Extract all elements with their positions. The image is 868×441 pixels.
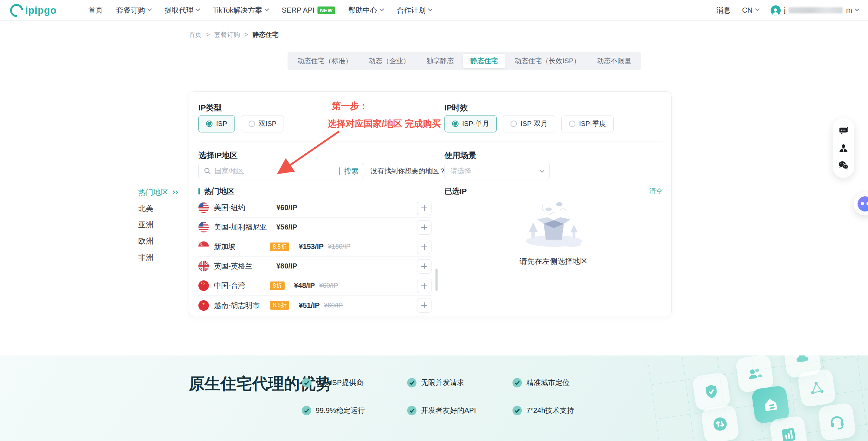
user-menu[interactable]: j m <box>771 5 859 16</box>
logo[interactable]: ipipgo <box>10 3 57 18</box>
ip-duration-options: ISP-单月 ISP-双月 ISP-季度 <box>444 115 614 132</box>
nav-item-extract-proxy[interactable]: 提取代理 <box>165 5 200 15</box>
tab-static-residential[interactable]: 静态住宅 <box>463 54 505 68</box>
nav-item-tiktok[interactable]: TikTok解决方案 <box>213 5 268 15</box>
empty-state-text: 请先在左侧选择地区 <box>444 256 663 266</box>
language-selector[interactable]: CN <box>742 6 759 14</box>
region-list: 美国-纽约 ¥60/IP 美国-加利福尼亚 ¥56/IP 新加坡 8.5折 ¥1… <box>198 198 431 315</box>
region-price: ¥51/IP <box>299 301 320 310</box>
usage-select-placeholder: 请选择 <box>451 166 471 176</box>
messages-link[interactable]: 消息 <box>716 5 731 15</box>
discount-badge: 8.5折 <box>270 301 289 310</box>
search-icon <box>204 167 211 175</box>
clear-selection-link[interactable]: 清空 <box>649 187 663 196</box>
tab-dynamic-longterm-isp[interactable]: 动态住宅（长效ISP） <box>507 54 588 68</box>
category-africa[interactable]: 非洲 <box>138 249 179 265</box>
radio-icon <box>510 121 517 127</box>
add-region-button[interactable] <box>417 279 431 293</box>
empty-box-illustration <box>518 197 590 251</box>
nav-item-home[interactable]: 首页 <box>88 5 103 15</box>
add-region-button[interactable] <box>417 201 431 215</box>
discount-badge: 8.5折 <box>270 243 289 251</box>
nav-item-plans[interactable]: 套餐订购 <box>116 5 151 15</box>
region-row-vietnam-hcmc: 越南-胡志明市 8.5折 ¥51/IP ¥60/IP <box>198 296 431 315</box>
top-navbar: ipipgo 首页 套餐订购 提取代理 TikTok解决方案 SERP APIN… <box>0 0 868 21</box>
chevron-down-icon <box>196 6 200 11</box>
region-row-singapore: 新加坡 8.5折 ¥153/IP ¥180/IP <box>198 237 431 257</box>
customer-service-icon[interactable] <box>839 144 848 153</box>
region-price: ¥80/IP <box>276 262 297 270</box>
category-europe[interactable]: 欧洲 <box>138 233 179 249</box>
user-email-suffix: m <box>846 6 852 14</box>
usage-select[interactable]: 请选择 <box>444 163 550 179</box>
message-chat-icon[interactable] <box>839 126 849 135</box>
region-row-uk-england: 英国-英格兰 ¥80/IP <box>198 257 431 276</box>
chevron-down-icon <box>428 6 433 11</box>
hot-regions-title: 热门地区 <box>204 186 234 196</box>
radio-icon <box>249 121 255 127</box>
chat-assistant-button[interactable] <box>854 192 868 215</box>
region-row-us-california: 美国-加利福尼亚 ¥56/IP <box>198 218 431 237</box>
advantage-item: 精准城市定位 <box>512 378 628 388</box>
tab-dedicated-static[interactable]: 独享静态 <box>419 54 461 68</box>
check-circle-icon <box>302 406 311 415</box>
breadcrumb-current: 静态住宅 <box>253 30 279 39</box>
check-circle-icon <box>512 378 522 388</box>
ip-duration-title: IP时效 <box>444 102 468 113</box>
horizontal-divider <box>198 141 663 141</box>
radio-icon <box>569 121 575 127</box>
add-region-button[interactable] <box>417 240 431 254</box>
support-headset-icon <box>817 402 856 441</box>
tab-dynamic-unlimited[interactable]: 动态不限量 <box>589 54 639 68</box>
selected-ip-empty-state: 请先在左侧选择地区 <box>444 197 663 266</box>
hot-regions-header: 热门地区 <box>198 186 234 196</box>
floating-contact-panel <box>833 118 854 178</box>
tab-dynamic-enterprise[interactable]: 动态（企业） <box>361 54 417 68</box>
nav-item-serp-api[interactable]: SERP APINEW <box>282 6 335 14</box>
breadcrumb-home[interactable]: 首页 <box>189 30 202 39</box>
nav-item-help-center[interactable]: 帮助中心 <box>348 5 383 15</box>
flag-cn-icon <box>198 280 209 291</box>
radio-isp[interactable]: ISP <box>198 115 235 132</box>
region-original-price: ¥60/IP <box>319 282 338 289</box>
breadcrumb-separator: > <box>206 31 210 39</box>
chevron-down-icon <box>147 6 152 11</box>
add-region-button[interactable] <box>417 259 431 274</box>
list-scrollbar[interactable] <box>435 268 438 291</box>
usage-title: 使用场景 <box>444 150 476 161</box>
add-region-button[interactable] <box>417 220 431 235</box>
radio-isp-quarterly[interactable]: ISP-季度 <box>561 115 614 132</box>
main-nav: 首页 套餐订购 提取代理 TikTok解决方案 SERP APINEW 帮助中心… <box>88 0 432 21</box>
chevron-down-icon <box>264 6 269 11</box>
annotation-arrow-icon <box>271 127 350 181</box>
flag-us-icon <box>198 222 209 232</box>
category-hot-regions[interactable]: 热门地区 <box>138 184 179 200</box>
chevron-down-icon <box>380 6 384 11</box>
transfer-arrows-icon <box>701 405 740 441</box>
annotation-step-label: 第一步： <box>332 100 368 112</box>
add-region-button[interactable] <box>417 298 431 313</box>
radio-isp-bimonthly[interactable]: ISP-双月 <box>503 115 555 132</box>
breadcrumb-plans[interactable]: 套餐订购 <box>214 30 240 39</box>
check-circle-icon <box>302 378 311 388</box>
radio-isp-monthly[interactable]: ISP-单月 <box>444 115 497 132</box>
flag-vn-icon <box>198 300 209 311</box>
flag-us-icon <box>198 202 209 213</box>
region-row-us-newyork: 美国-纽约 ¥60/IP <box>198 198 431 218</box>
wechat-icon[interactable] <box>838 161 849 170</box>
tab-dynamic-standard[interactable]: 动态住宅（标准） <box>290 54 360 68</box>
region-row-china-taiwan: 中国-台湾 8折 ¥48/IP ¥60/IP <box>198 276 431 296</box>
network-icon <box>797 368 836 407</box>
advantage-item: 7*24h技术支持 <box>512 406 628 415</box>
product-tabs: 动态住宅（标准） 动态（企业） 独享静态 静态住宅 动态住宅（长效ISP） 动态… <box>288 52 641 70</box>
check-circle-icon <box>407 406 417 415</box>
region-price: ¥153/IP <box>299 243 324 251</box>
category-asia[interactable]: 亚洲 <box>138 217 179 233</box>
selected-ip-header: 已选IP 清空 <box>444 186 663 196</box>
category-north-america[interactable]: 北美 <box>138 200 179 217</box>
region-category-list: 热门地区 北美 亚洲 欧洲 非洲 <box>138 184 179 265</box>
advantage-item: 优质ISP提供商 <box>302 378 407 388</box>
double-chevron-right-icon <box>172 190 179 195</box>
nav-item-partner-plan[interactable]: 合作计划 <box>397 5 432 15</box>
chevron-down-icon <box>755 6 760 11</box>
